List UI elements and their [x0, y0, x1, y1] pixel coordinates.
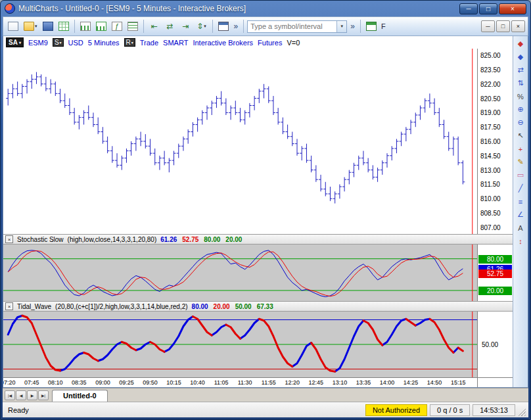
fibonacci-tool-button[interactable]: ≡	[515, 195, 527, 208]
minimize-button[interactable]: ─	[459, 3, 478, 14]
symbol-s-menu-button[interactable]: S▾	[53, 38, 64, 47]
eraser-tool-icon: ▭	[517, 171, 524, 179]
tidal-chart-canvas[interactable]	[3, 312, 477, 377]
close-tidal-panel-button[interactable]: ×	[5, 302, 13, 310]
arrow-marker-button[interactable]: ↕	[515, 235, 527, 247]
restore-scale-button[interactable]: ◆	[515, 37, 527, 50]
close-stochastic-panel-button[interactable]: ×	[5, 235, 13, 243]
symbol-interval-input[interactable]	[248, 22, 336, 30]
maximize-button[interactable]: □	[479, 3, 497, 14]
indicator-value: 61.26	[160, 236, 177, 243]
new-chart-window-button[interactable]	[216, 19, 231, 34]
price-chart[interactable]	[3, 49, 477, 234]
previous-tab-button[interactable]: ◀	[16, 390, 26, 400]
symbol-status-button[interactable]: SA ▾	[6, 37, 24, 47]
scroll-horizontal-button[interactable]: ⇄	[515, 64, 527, 76]
trendline-tool-icon: ╱	[519, 184, 523, 193]
first-tab-button[interactable]: |◀	[5, 390, 15, 400]
zoom-out-button[interactable]: ⊖	[515, 116, 527, 129]
symbol-field-v-0: V=0	[287, 39, 300, 47]
symbol-field-5-minutes[interactable]: 5 Minutes	[88, 39, 120, 47]
symbol-field-smart[interactable]: SMART	[163, 39, 188, 47]
mdi-close-button[interactable]: ×	[511, 20, 525, 32]
symbol-r-menu-button[interactable]: R▾	[124, 38, 135, 47]
price-axis[interactable]: 825.00823.50822.00820.50819.00817.50816.…	[477, 49, 513, 234]
symbol-field-esm9[interactable]: ESM9	[28, 39, 48, 47]
stochastic-axis[interactable]: 80.0061.2652.7520.00	[477, 245, 513, 301]
time-axis-label: 07:20	[3, 379, 15, 386]
format-window-button[interactable]	[94, 19, 108, 34]
scroll-chart-button[interactable]: ⇄	[163, 19, 177, 34]
symbol-field-interactive-brokers[interactable]: Interactive Brokers	[193, 39, 253, 47]
mdi-restore-button[interactable]: □	[496, 20, 510, 32]
time-axis-label: 08:35	[72, 379, 87, 386]
text-tool-button[interactable]: A	[515, 222, 527, 234]
status-not-authorized-badge[interactable]: Not Authorized	[365, 404, 427, 416]
open-workspace-button[interactable]: ▾	[22, 19, 39, 34]
toolbar-overflow-button[interactable]: »	[348, 22, 357, 31]
text-tool-icon: A	[518, 224, 522, 232]
stochastic-chart[interactable]	[3, 245, 477, 301]
tidal-panel-header: × Tidal_Wave (20,80,(c+c[1])/2,high,low,…	[3, 301, 513, 312]
right-button-group	[364, 19, 379, 34]
window-button-group	[216, 19, 231, 34]
last-tab-button[interactable]: ▶|	[38, 390, 49, 400]
pointer-tool-button[interactable]: ↖	[515, 129, 527, 142]
chart-trading-panel-button[interactable]	[364, 19, 379, 34]
insert-study-icon	[112, 22, 122, 31]
format-study-icon	[127, 22, 138, 31]
titlebar: MultiCharts - Untitled-0 - [ESM9 - 5 Min…	[3, 1, 528, 16]
angle-tool-button[interactable]: ∠	[515, 208, 527, 221]
indicator-value: 67.33	[257, 303, 273, 310]
toolbar-separator	[74, 20, 75, 33]
scroll-left-button[interactable]: ⇤	[147, 19, 162, 34]
stochastic-chart-canvas[interactable]	[3, 245, 477, 301]
time-axis[interactable]: 07:2007:4508:1008:3509:0009:2509:5010:15…	[3, 377, 513, 387]
arrow-marker-icon: ↕	[519, 237, 522, 245]
restore-scale-icon: ◆	[518, 39, 523, 48]
zoom-in-button[interactable]: ⊕	[515, 103, 527, 116]
next-tab-button[interactable]: ▶	[27, 390, 37, 400]
close-button[interactable]: ×	[499, 3, 526, 14]
new-window-button[interactable]	[6, 19, 20, 34]
save-workspace-button[interactable]	[41, 19, 55, 34]
dropdown-arrow-icon: ▾	[204, 24, 206, 29]
time-axis-label: 09:50	[143, 379, 158, 386]
scroll-right-button[interactable]: ⇥	[179, 19, 193, 34]
price-scale-button[interactable]: ◆	[515, 51, 527, 63]
insert-study-button[interactable]	[110, 19, 124, 34]
export-data-button[interactable]	[57, 19, 71, 34]
caption-buttons: ─ □ ×	[459, 3, 526, 14]
tidal-chart[interactable]	[3, 312, 477, 377]
tidal-axis[interactable]: 50.00	[477, 312, 513, 377]
time-axis-label: 13:10	[333, 379, 348, 386]
percent-scale-button[interactable]: %	[515, 90, 527, 103]
crosshair-tool-button[interactable]: +	[515, 143, 527, 155]
zoom-in-icon: ⊕	[517, 105, 523, 114]
toolbar-separator	[243, 20, 244, 33]
symbol-field-trade[interactable]: Trade	[140, 39, 158, 47]
indicator-value: 80.00	[192, 303, 208, 310]
toolbar-overflow-button[interactable]: »	[232, 22, 241, 31]
format-study-button[interactable]	[126, 19, 140, 34]
mdi-minimize-button[interactable]: ─	[481, 20, 495, 32]
new-chart-window-icon	[218, 22, 229, 31]
time-shift-button[interactable]: ⇕▾	[195, 19, 209, 34]
price-axis-label: 819.00	[480, 109, 501, 116]
symbol-field-futures[interactable]: Futures	[258, 39, 282, 47]
price-chart-canvas[interactable]	[3, 49, 477, 234]
combo-dropdown-icon[interactable]: ▾	[336, 21, 346, 32]
time-axis-label: 15:15	[451, 379, 466, 386]
stochastic-params: (high,low,close,14,3,3,1,20,80)	[68, 236, 157, 243]
price-axis-label: 817.50	[480, 124, 501, 131]
resize-grip[interactable]	[518, 408, 526, 416]
time-axis-label: 11:55	[262, 379, 276, 386]
pointer-tool-icon: ↖	[517, 131, 523, 140]
symbol-field-usd[interactable]: USD	[68, 39, 83, 47]
scroll-vertical-button[interactable]: ⇅	[515, 77, 527, 89]
eraser-tool-button[interactable]: ▭	[515, 169, 527, 181]
pencil-tool-button[interactable]: ✎	[515, 156, 527, 168]
tab-untitled-0[interactable]: Untitled-0	[52, 390, 108, 402]
insert-symbol-button[interactable]	[78, 19, 93, 34]
trendline-tool-button[interactable]: ╱	[515, 182, 527, 195]
